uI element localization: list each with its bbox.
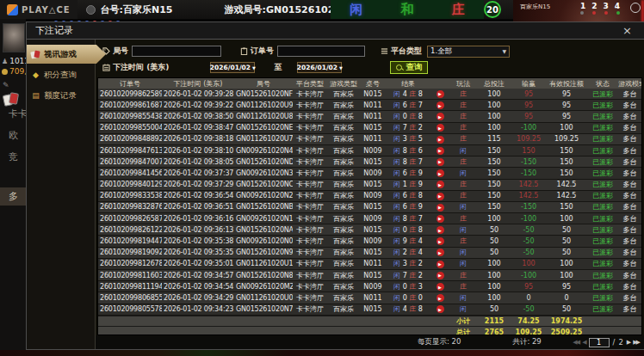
per-page-label: 每页显示: 20 (418, 337, 461, 347)
column-header: 平台类型 (293, 79, 327, 89)
round-number: GN011261020U7 (234, 135, 293, 143)
round-number-input[interactable] (132, 46, 221, 57)
replay-icon[interactable]: ▶ (437, 147, 444, 155)
replay-icon[interactable]: ▶ (437, 272, 444, 279)
status-badge: 已派彩 (587, 191, 618, 200)
round-number: GN009261020N1 (234, 215, 293, 223)
order-number-input[interactable] (277, 46, 365, 57)
lobby-nav-item[interactable]: 竞 (0, 150, 26, 163)
bet-area-player[interactable]: 闲 (350, 2, 362, 18)
total-bet: 150 (477, 169, 511, 177)
replay-icon[interactable]: ▶ (437, 124, 444, 132)
bet-time: 2026-01-02 09:35:38 (162, 237, 234, 245)
win-loss: 100 (511, 260, 546, 267)
play-type: 庄 (449, 282, 477, 292)
search-button[interactable]: 查询 (390, 61, 428, 74)
clock-icon (630, 3, 641, 13)
column-header: 桌号 (360, 79, 386, 89)
bet-area-banker[interactable]: 庄 (452, 2, 465, 18)
table-number: N015 (360, 272, 386, 279)
game-type: 百家乐 (327, 169, 360, 178)
win-loss: -50 (511, 237, 546, 245)
current-page-input[interactable]: 1 (589, 338, 610, 347)
order-filter-label: 订单号 (240, 46, 274, 57)
valid-bet: 100 (546, 124, 587, 132)
first-page-icon[interactable]: ◀◀ (573, 339, 579, 346)
bet-time: 2026-01-02 09:35:01 (162, 260, 234, 267)
status-badge: 已派彩 (587, 214, 618, 224)
replay-icon[interactable]: ▶ (437, 113, 444, 120)
gem-icon: ◆ (31, 71, 40, 79)
play-type: 庄 (449, 180, 477, 189)
grand-total-valid-bet: 2509.25 (546, 328, 587, 336)
seat-number: 4 (615, 2, 620, 10)
replay-icon[interactable]: ▶ (437, 158, 444, 166)
lobby-nav-item[interactable]: 卡卡 (0, 107, 26, 120)
replay-icon[interactable]: ▶ (437, 181, 444, 188)
replay-cell: ▶ (430, 203, 449, 212)
table-number: N009 (360, 237, 386, 245)
platform-type: 卡卡湾厅 (293, 248, 327, 257)
replay-icon[interactable]: ▶ (437, 193, 444, 200)
replay-cell: ▶ (430, 237, 449, 246)
user-balance-row: 709, (2, 67, 26, 76)
next-page-icon[interactable]: ▶ (627, 339, 629, 346)
replay-icon[interactable]: ▶ (437, 169, 444, 177)
round-number: GN015261020ND (234, 158, 293, 166)
replay-icon[interactable]: ▶ (437, 249, 444, 256)
date-from-value: 2026/01/02 (210, 64, 251, 71)
date-to-picker[interactable]: 2026/01/02 ▼ (297, 62, 342, 73)
edit-icon[interactable]: ✎ (3, 81, 9, 89)
bet-area-tie[interactable]: 和 (400, 2, 413, 18)
replay-icon[interactable]: ▶ (437, 204, 444, 212)
prev-page-icon[interactable]: ◀ (582, 339, 585, 346)
total-bet: 100 (477, 90, 511, 98)
win-loss: -150 (511, 203, 546, 211)
lobby-nav-item[interactable]: 欧 (0, 129, 26, 142)
win-loss: 95 (511, 283, 546, 291)
column-header: 有效投注额 (546, 79, 587, 89)
table-number: N015 (360, 124, 386, 132)
sidebar-item-1[interactable]: ◆积分查询 (27, 65, 95, 84)
replay-cell: ▶ (430, 214, 449, 223)
replay-icon[interactable]: ▶ (437, 101, 444, 109)
replay-icon[interactable]: ▶ (437, 261, 444, 268)
replay-cell: ▶ (430, 169, 449, 178)
game-type: 百家乐 (327, 293, 360, 303)
play-type: 闲 (449, 259, 477, 268)
last-page-icon[interactable]: ▶▶ (633, 339, 639, 346)
total-bet: 50 (477, 226, 511, 234)
sidebar-item-0[interactable]: 视讯游戏 (27, 45, 106, 64)
platform-type-select[interactable]: 1.全部 ▼ (427, 46, 510, 58)
game-type: 百家乐 (327, 202, 360, 212)
replay-icon[interactable]: ▶ (437, 283, 444, 291)
user-avatar[interactable] (3, 23, 25, 52)
game-type: 百家乐 (327, 282, 360, 292)
sidebar-item-2[interactable]: ▤额度记录 (27, 86, 95, 105)
play-type: 闲 (449, 248, 477, 257)
date-from-picker[interactable]: 2026/01/02 ▼ (210, 62, 255, 73)
column-header: 游戏类型 (327, 79, 360, 89)
table-row: 2601020998616872026-01-02 09:39:22GN0112… (98, 100, 641, 111)
valid-bet: 95 (546, 113, 587, 120)
column-header: 游戏模式 (618, 79, 642, 89)
status-badge: 已派彩 (587, 101, 618, 110)
replay-icon[interactable]: ▶ (437, 237, 444, 245)
replay-icon[interactable]: ▶ (437, 136, 444, 144)
valid-bet: 50 (546, 305, 587, 313)
close-icon[interactable]: × (619, 25, 635, 36)
replay-icon[interactable]: ▶ (437, 90, 444, 98)
replay-icon[interactable]: ▶ (437, 305, 444, 313)
round-number: GN011261020U8 (234, 113, 293, 120)
game-type: 百家乐 (327, 134, 360, 144)
replay-icon[interactable]: ▶ (437, 215, 444, 223)
valid-bet: 100 (546, 215, 587, 223)
table-number: N015 (360, 226, 386, 234)
replay-icon[interactable]: ▶ (437, 226, 444, 234)
replay-icon[interactable]: ▶ (437, 294, 444, 302)
valid-bet: 50 (546, 226, 587, 234)
bet-board: 闲 和 庄 (331, 0, 484, 19)
lobby-nav-item[interactable]: 多 (0, 187, 26, 206)
valid-bet: 142.5 (546, 192, 587, 199)
platform-type: 卡卡湾厅 (293, 225, 327, 235)
